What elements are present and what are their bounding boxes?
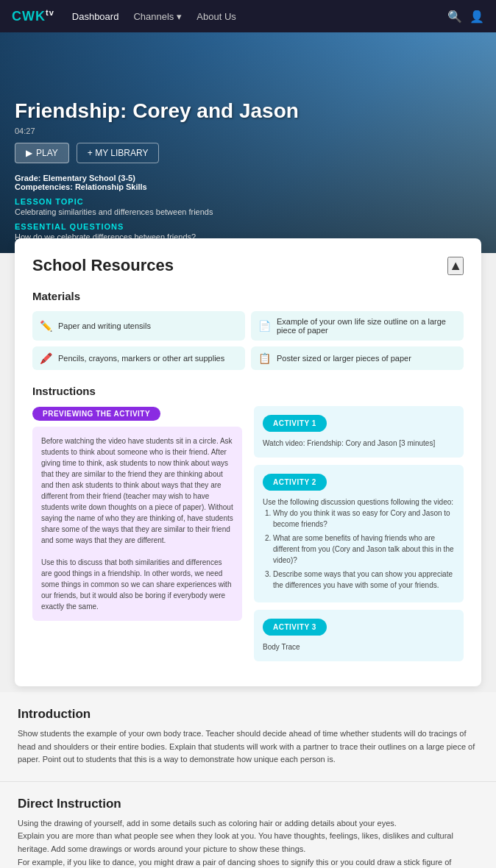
material-item: 📄 Example of your own life size outline …	[251, 311, 464, 341]
instructions-grid: PREVIEWING THE ACTIVITY Before watching …	[32, 406, 464, 669]
activity1-box: ACTIVITY 1 Watch video: Friendship: Cory…	[254, 406, 464, 458]
activity2-text: Use the following discussion questions f…	[263, 497, 455, 508]
hero-grade: Grade: Elementary School (3-5)	[15, 174, 481, 182]
add-to-library-button[interactable]: + MY LIBRARY	[77, 143, 160, 163]
navigation: CWKtv Dashboard Channels ▾ About Us 🔍 👤	[0, 0, 496, 32]
collapse-button[interactable]: ▲	[447, 257, 464, 275]
activity3-box: ACTIVITY 3 Body Trace	[254, 610, 464, 661]
activity2-box: ACTIVITY 2 Use the following discussion …	[254, 465, 464, 602]
preview-box: Before watching the video have students …	[32, 427, 242, 621]
school-resources-panel: School Resources ▲ Materials ✏️ Paper an…	[15, 238, 481, 686]
resources-header: School Resources ▲	[32, 256, 464, 275]
activity2-list: Why do you think it was so easy for Cory…	[263, 508, 455, 591]
material-item: 🖍️ Pencils, crayons, markers or other ar…	[32, 346, 245, 370]
list-item: Why do you think it was so easy for Cory…	[273, 508, 455, 530]
hero-content: Friendship: Corey and Jason 04:27 ▶ PLAY…	[15, 99, 481, 241]
nav-about[interactable]: About Us	[196, 11, 235, 22]
document-icon: 📄	[258, 320, 271, 332]
materials-grid: ✏️ Paper and writing utensils 📄 Example …	[32, 311, 464, 370]
preview-tag: PREVIEWING THE ACTIVITY	[32, 407, 160, 421]
list-item: What are some benefits of having friends…	[273, 533, 455, 566]
instruction-right: ACTIVITY 1 Watch video: Friendship: Cory…	[254, 406, 464, 669]
introduction-text: Show students the example of your own bo…	[18, 728, 478, 766]
resources-title: School Resources	[32, 256, 174, 275]
direct-instruction-text: Using the drawing of yourself, add in so…	[18, 817, 478, 868]
introduction-title: Introduction	[18, 707, 478, 722]
art-icon: 🖍️	[40, 352, 52, 364]
logo-suffix: tv	[46, 8, 54, 17]
user-avatar[interactable]: 👤	[470, 10, 484, 24]
pencil-icon: ✏️	[40, 320, 52, 332]
play-icon: ▶	[26, 148, 32, 158]
search-icon[interactable]: 🔍	[447, 10, 462, 24]
nav-channels[interactable]: Channels ▾	[133, 11, 182, 22]
introduction-section: Introduction Show students the example o…	[0, 692, 496, 781]
activity1-tag: ACTIVITY 1	[263, 415, 327, 432]
logo[interactable]: CWKtv	[12, 8, 54, 24]
instruction-left: PREVIEWING THE ACTIVITY Before watching …	[32, 406, 242, 669]
hero-section: Friendship: Corey and Jason 04:27 ▶ PLAY…	[0, 32, 496, 253]
lesson-topic-text: Celebrating similarities and differences…	[15, 207, 481, 216]
chevron-down-icon: ▾	[177, 11, 182, 22]
activity2-tag: ACTIVITY 2	[263, 474, 327, 491]
hero-duration: 04:27	[15, 127, 481, 135]
activity3-text: Body Trace	[263, 641, 455, 652]
play-button[interactable]: ▶ PLAY	[15, 143, 69, 163]
material-item: 📋 Poster sized or larger pieces of paper	[251, 346, 464, 370]
lesson-topic-label: LESSON TOPIC	[15, 197, 481, 206]
materials-section-title: Materials	[32, 290, 464, 302]
direct-instruction-title: Direct Instruction	[18, 797, 478, 811]
hero-buttons: ▶ PLAY + MY LIBRARY	[15, 143, 481, 163]
paper-icon: 📋	[258, 352, 271, 364]
nav-dashboard[interactable]: Dashboard	[72, 11, 119, 22]
list-item: Describe some ways that you can show you…	[273, 569, 455, 591]
hero-title: Friendship: Corey and Jason	[15, 99, 481, 124]
hero-competencies: Competencies: Relationship Skills	[15, 182, 481, 191]
essential-questions-label: ESSENTIAL QUESTIONS	[15, 222, 481, 231]
material-item: ✏️ Paper and writing utensils	[32, 311, 245, 341]
instructions-section-title: Instructions	[32, 385, 464, 397]
activity3-tag: ACTIVITY 3	[263, 619, 327, 636]
nav-links: Dashboard Channels ▾ About Us	[72, 11, 447, 22]
nav-icons: 🔍 👤	[447, 10, 484, 24]
activity1-text: Watch video: Friendship: Cory and Jason …	[263, 438, 455, 449]
direct-instruction-section: Direct Instruction Using the drawing of …	[0, 781, 496, 868]
